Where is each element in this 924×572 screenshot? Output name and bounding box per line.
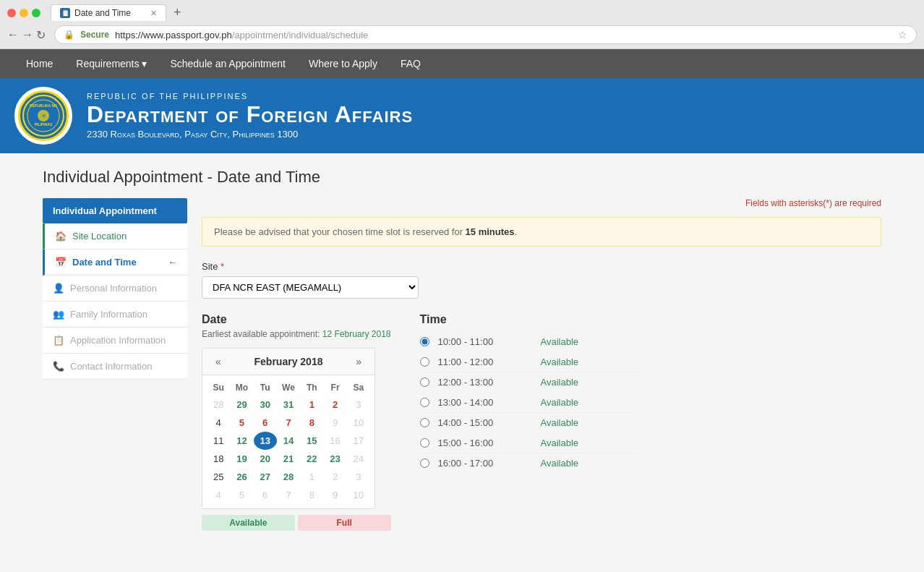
cal-day-12[interactable]: 12 xyxy=(230,432,253,450)
header-banner: REPUBLIKA NG PILIPINAS ☀ Republic of the… xyxy=(0,78,924,153)
notice-box: Please be advised that your chosen time … xyxy=(202,217,881,247)
time-radio-7[interactable] xyxy=(420,458,429,468)
cal-day-2[interactable]: 2 xyxy=(323,396,346,414)
time-label-4: 13:00 - 14:00 xyxy=(438,397,532,408)
time-radio-5[interactable] xyxy=(420,418,429,427)
cal-day-14[interactable]: 14 xyxy=(277,432,300,450)
window-controls xyxy=(7,9,40,17)
cal-day-13[interactable]: 13 xyxy=(254,432,277,450)
day-header-su: Su xyxy=(207,380,230,396)
cal-day-8-next[interactable]: 8 xyxy=(300,486,323,504)
time-status-6: Available xyxy=(541,437,579,448)
cal-day-3-next[interactable]: 3 xyxy=(347,468,370,486)
sidebar-item-application-info[interactable]: 📋 Application Information xyxy=(43,328,187,354)
time-status-4: Available xyxy=(541,397,579,408)
calendar-next-button[interactable]: » xyxy=(351,354,366,369)
calendar-week-6: 4 5 6 7 8 9 10 xyxy=(207,486,370,504)
cal-day-26[interactable]: 26 xyxy=(230,468,253,486)
cal-day-5[interactable]: 5 xyxy=(230,414,253,432)
refresh-button[interactable]: ↻ xyxy=(36,28,46,42)
active-tab[interactable]: 📋 Date and Time ✕ xyxy=(51,4,166,21)
sidebar-datetime-label: Date and Time xyxy=(72,257,137,268)
cal-day-28[interactable]: 28 xyxy=(277,468,300,486)
time-radio-1[interactable] xyxy=(420,337,429,346)
calendar-prev-button[interactable]: « xyxy=(211,354,226,369)
cal-day-30-prev[interactable]: 30 xyxy=(254,396,277,414)
sidebar-item-date-time[interactable]: 📅 Date and Time ← xyxy=(43,249,187,276)
day-header-th: Th xyxy=(300,380,323,396)
site-select[interactable]: DFA NCR EAST (MEGAMALL) DFA NCR WEST DFA… xyxy=(202,276,419,299)
time-radio-3[interactable] xyxy=(420,377,429,387)
cal-day-7-next[interactable]: 7 xyxy=(277,486,300,504)
minimize-window-button[interactable] xyxy=(20,9,28,17)
sidebar-item-personal-info[interactable]: 👤 Personal Information xyxy=(43,276,187,302)
cal-day-1[interactable]: 1 xyxy=(300,396,323,414)
cal-day-31-prev[interactable]: 31 xyxy=(277,396,300,414)
time-row-5: 14:00 - 15:00 Available xyxy=(420,413,637,433)
new-tab-button[interactable]: + xyxy=(169,5,186,20)
cal-day-23[interactable]: 23 xyxy=(323,450,346,468)
nav-faq[interactable]: FAQ xyxy=(389,49,432,78)
cal-day-20[interactable]: 20 xyxy=(254,450,277,468)
cal-day-28-prev[interactable]: 28 xyxy=(207,396,230,414)
time-row-3: 12:00 - 13:00 Available xyxy=(420,372,637,393)
calendar-day-headers: Su Mo Tu We Th Fr Sa xyxy=(207,380,370,396)
tab-close-button[interactable]: ✕ xyxy=(150,9,157,18)
browser-chrome: 📋 Date and Time ✕ + ← → ↻ 🔒 Secure https… xyxy=(0,0,924,49)
cal-day-17: 17 xyxy=(347,432,370,450)
cal-day-27[interactable]: 27 xyxy=(254,468,277,486)
earliest-appointment: Earliest available appointment: 12 Febru… xyxy=(202,329,391,339)
header-subtitle: Republic of the Philippines xyxy=(87,92,413,101)
cal-day-7[interactable]: 7 xyxy=(277,414,300,432)
time-row-1: 10:00 - 11:00 Available xyxy=(420,332,637,352)
header-title: Department of Foreign Affairs xyxy=(87,102,413,127)
nav-home[interactable]: Home xyxy=(14,49,64,78)
nav-where-to-apply[interactable]: Where to Apply xyxy=(297,49,389,78)
content-layout: Individual Appointment 🏠 Site Location 📅… xyxy=(43,198,881,531)
back-button[interactable]: ← xyxy=(7,28,19,41)
sidebar-item-site-location[interactable]: 🏠 Site Location xyxy=(43,223,187,249)
tab-title: Date and Time xyxy=(74,8,131,18)
time-label-2: 11:00 - 12:00 xyxy=(438,357,532,367)
cal-day-21[interactable]: 21 xyxy=(277,450,300,468)
sidebar-item-contact-info[interactable]: 📞 Contact Information xyxy=(43,354,187,380)
cal-day-6-next[interactable]: 6 xyxy=(254,486,277,504)
home-icon: 🏠 xyxy=(55,231,67,242)
cal-day-10-next[interactable]: 10 xyxy=(347,486,370,504)
cal-day-29-prev[interactable]: 29 xyxy=(230,396,253,414)
maximize-window-button[interactable] xyxy=(32,9,40,17)
forward-button[interactable]: → xyxy=(22,28,33,41)
cal-day-2-next[interactable]: 2 xyxy=(323,468,346,486)
tab-bar: 📋 Date and Time ✕ + xyxy=(7,4,917,21)
cal-day-22[interactable]: 22 xyxy=(300,450,323,468)
nav-schedule[interactable]: Schedule an Appointment xyxy=(158,49,297,78)
time-radio-4[interactable] xyxy=(420,398,429,407)
cal-day-9: 9 xyxy=(323,414,346,432)
sidebar-item-family-info[interactable]: 👥 Family Information xyxy=(43,302,187,328)
close-window-button[interactable] xyxy=(7,9,16,17)
time-status-1: Available xyxy=(541,336,579,347)
cal-day-9-next[interactable]: 9 xyxy=(323,486,346,504)
cal-day-19[interactable]: 19 xyxy=(230,450,253,468)
application-icon: 📋 xyxy=(53,335,64,346)
cal-day-15[interactable]: 15 xyxy=(300,432,323,450)
time-radio-6[interactable] xyxy=(420,438,429,448)
bookmark-icon[interactable]: ☆ xyxy=(898,29,907,40)
cal-day-25: 25 xyxy=(207,468,230,486)
time-radio-2[interactable] xyxy=(420,357,429,367)
address-bar[interactable]: 🔒 Secure https://www.passport.gov.ph/app… xyxy=(54,25,917,44)
cal-day-4-next[interactable]: 4 xyxy=(207,486,230,504)
tab-favicon: 📋 xyxy=(60,8,70,18)
cal-day-4: 4 xyxy=(207,414,230,432)
cal-day-8[interactable]: 8 xyxy=(300,414,323,432)
calendar-week-4: 18 19 20 21 22 23 24 xyxy=(207,450,370,468)
url-base: https://www.passport.gov.ph xyxy=(115,30,232,40)
url-path: /appointment/individual/schedule xyxy=(232,30,369,40)
cal-day-5-next[interactable]: 5 xyxy=(230,486,253,504)
nav-requirements[interactable]: Requirements ▾ xyxy=(64,49,158,78)
user-icon: 👤 xyxy=(53,283,64,294)
sidebar-personal-label: Personal Information xyxy=(70,283,157,294)
cal-day-6[interactable]: 6 xyxy=(254,414,277,432)
cal-day-1-next[interactable]: 1 xyxy=(300,468,323,486)
svg-text:PILIPINAS: PILIPINAS xyxy=(35,122,53,127)
